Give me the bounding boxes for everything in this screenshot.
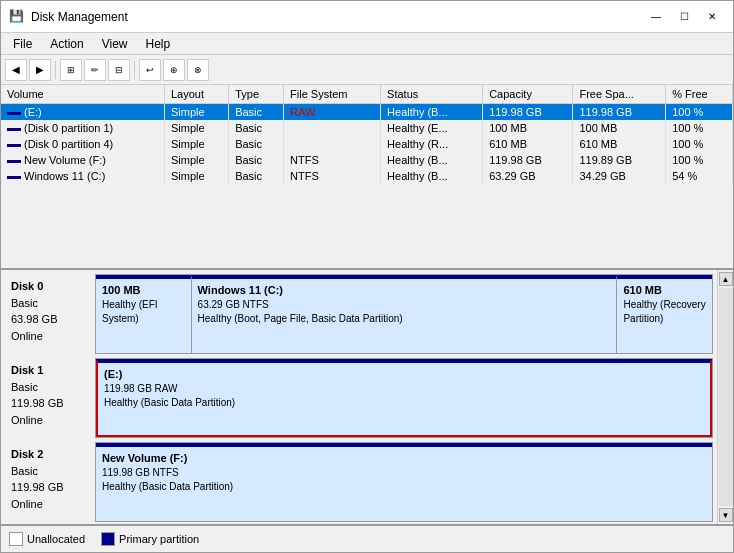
col-type[interactable]: Type [229,85,284,104]
cell-2-3 [284,136,381,152]
legend: Unallocated Primary partition [1,524,733,552]
main-content: Volume Layout Type File System Status Ca… [1,85,733,552]
table-row[interactable]: (E:)SimpleBasicRAWHealthy (B...119.98 GB… [1,104,733,121]
cell-1-7: 100 % [666,120,733,136]
row-icon [7,128,21,131]
partition-detail: Healthy (Recovery Partition) [623,298,706,326]
toolbar-btn5[interactable]: ⊕ [163,59,185,81]
cell-1-2: Basic [229,120,284,136]
cell-1-0: (Disk 0 partition 1) [1,120,164,136]
cell-4-4: Healthy (B... [381,168,483,184]
cell-1-4: Healthy (E... [381,120,483,136]
cell-2-1: Simple [164,136,228,152]
toolbar-btn4[interactable]: ↩ [139,59,161,81]
partition-name-p2-1: New Volume (F:) [102,451,706,466]
toolbar-back[interactable]: ◀ [5,59,27,81]
title-bar: 💾 Disk Management — ☐ ✕ [1,1,733,33]
cell-3-7: 100 % [666,152,733,168]
partition-p0-1[interactable]: 100 MBHealthy (EFI System) [96,275,192,353]
disk-partitions-Disk 1: (E:)119.98 GB RAWHealthy (Basic Data Par… [95,358,713,438]
cell-1-1: Simple [164,120,228,136]
table-row[interactable]: (Disk 0 partition 4)SimpleBasicHealthy (… [1,136,733,152]
cell-1-3 [284,120,381,136]
cell-0-4: Healthy (B... [381,104,483,121]
toolbar: ◀ ▶ ⊞ ✏ ⊟ ↩ ⊕ ⊗ [1,55,733,85]
legend-primary-label: Primary partition [119,533,199,545]
partition-p2-1[interactable]: New Volume (F:)119.98 GB NTFSHealthy (Ba… [96,443,712,521]
disk-partitions-Disk 0: 100 MBHealthy (EFI System)Windows 11 (C:… [95,274,713,354]
partition-detail: Healthy (Boot, Page File, Basic Data Par… [198,312,611,326]
minimize-button[interactable]: — [643,6,669,28]
row-icon [7,112,21,115]
window: 💾 Disk Management — ☐ ✕ File Action View… [0,0,734,553]
col-status[interactable]: Status [381,85,483,104]
scroll-down-button[interactable]: ▼ [719,508,733,522]
cell-4-6: 34.29 GB [573,168,666,184]
title-bar-left: 💾 Disk Management [9,9,128,25]
cell-4-5: 63.29 GB [483,168,573,184]
cell-2-7: 100 % [666,136,733,152]
table-row[interactable]: (Disk 0 partition 1)SimpleBasicHealthy (… [1,120,733,136]
col-free[interactable]: Free Spa... [573,85,666,104]
partition-name-p1-1: (E:) [104,367,704,382]
cell-0-0: (E:) [1,104,164,121]
menu-bar: File Action View Help [1,33,733,55]
table-body: (E:)SimpleBasicRAWHealthy (B...119.98 GB… [1,104,733,185]
table-row[interactable]: New Volume (F:)SimpleBasicNTFSHealthy (B… [1,152,733,168]
col-fs[interactable]: File System [284,85,381,104]
legend-primary: Primary partition [101,532,199,546]
col-capacity[interactable]: Capacity [483,85,573,104]
menu-help[interactable]: Help [138,35,179,53]
cell-3-0: New Volume (F:) [1,152,164,168]
cell-3-2: Basic [229,152,284,168]
cell-2-6: 610 MB [573,136,666,152]
partition-detail: Healthy (Basic Data Partition) [102,480,706,494]
disk-label-Disk 1: Disk 1Basic119.98 GBOnline [5,358,95,438]
cell-3-1: Simple [164,152,228,168]
toolbar-btn2[interactable]: ✏ [84,59,106,81]
close-button[interactable]: ✕ [699,6,725,28]
toolbar-forward[interactable]: ▶ [29,59,51,81]
disk-scroll: Disk 0Basic63.98 GBOnline100 MBHealthy (… [1,270,717,524]
vertical-scrollbar: ▲ ▼ [717,270,733,524]
cell-1-5: 100 MB [483,120,573,136]
cell-2-4: Healthy (R... [381,136,483,152]
window-title: Disk Management [31,10,128,24]
scroll-up-button[interactable]: ▲ [719,272,733,286]
disk-partitions-Disk 2: New Volume (F:)119.98 GB NTFSHealthy (Ba… [95,442,713,522]
partition-name-p0-2: Windows 11 (C:) [198,283,611,298]
legend-unallocated-label: Unallocated [27,533,85,545]
cell-3-5: 119.98 GB [483,152,573,168]
cell-2-0: (Disk 0 partition 4) [1,136,164,152]
disk-label-Disk 0: Disk 0Basic63.98 GBOnline [5,274,95,354]
legend-primary-box [101,532,115,546]
partition-detail: 119.98 GB RAW [104,382,704,396]
menu-action[interactable]: Action [42,35,91,53]
col-pct[interactable]: % Free [666,85,733,104]
table-row[interactable]: Windows 11 (C:)SimpleBasicNTFSHealthy (B… [1,168,733,184]
menu-file[interactable]: File [5,35,40,53]
toolbar-btn6[interactable]: ⊗ [187,59,209,81]
separator-2 [134,61,135,79]
app-icon: 💾 [9,9,25,25]
disk-label-Disk 2: Disk 2Basic119.98 GBOnline [5,442,95,522]
legend-unallocated-box [9,532,23,546]
col-layout[interactable]: Layout [164,85,228,104]
cell-3-3: NTFS [284,152,381,168]
partition-detail: 119.98 GB NTFS [102,466,706,480]
toolbar-btn3[interactable]: ⊟ [108,59,130,81]
cell-3-6: 119.89 GB [573,152,666,168]
maximize-button[interactable]: ☐ [671,6,697,28]
legend-unallocated: Unallocated [9,532,85,546]
scroll-track[interactable] [719,288,733,506]
menu-view[interactable]: View [94,35,136,53]
cell-0-2: Basic [229,104,284,121]
table-section: Volume Layout Type File System Status Ca… [1,85,733,270]
partition-p0-2[interactable]: Windows 11 (C:)63.29 GB NTFSHealthy (Boo… [192,275,618,353]
toolbar-btn1[interactable]: ⊞ [60,59,82,81]
partition-p1-1[interactable]: (E:)119.98 GB RAWHealthy (Basic Data Par… [96,359,712,437]
partition-p0-3[interactable]: 610 MBHealthy (Recovery Partition) [617,275,712,353]
cell-4-3: NTFS [284,168,381,184]
col-volume[interactable]: Volume [1,85,164,104]
volume-table: Volume Layout Type File System Status Ca… [1,85,733,184]
